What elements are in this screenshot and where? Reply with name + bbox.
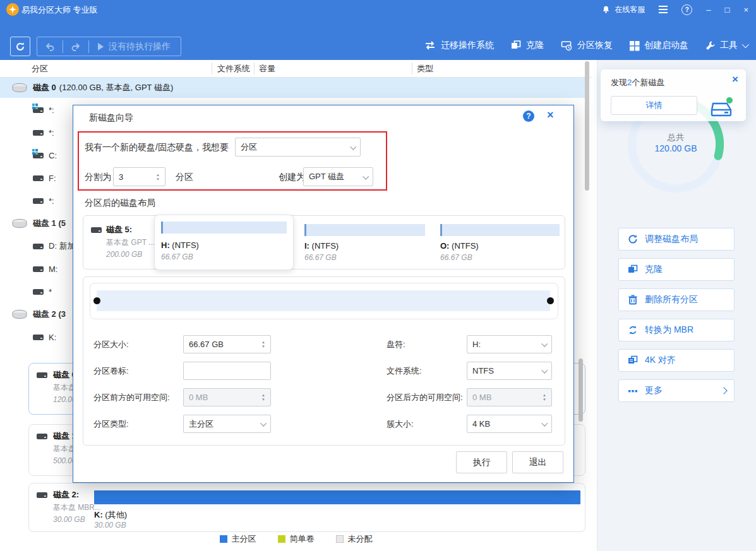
drive-icon bbox=[33, 130, 44, 136]
space-before-label: 分区前方的可用空间: bbox=[93, 392, 170, 403]
dialog-close-icon[interactable]: × bbox=[547, 109, 554, 122]
execute-button[interactable]: 执行 bbox=[456, 451, 507, 473]
minimize-button[interactable]: – bbox=[706, 5, 711, 15]
slider-handle-left[interactable] bbox=[93, 297, 100, 304]
details-button[interactable]: 详情 bbox=[611, 96, 697, 115]
undo-button[interactable] bbox=[40, 42, 60, 51]
4k-align-button[interactable]: 4K 对齐 bbox=[618, 349, 735, 372]
tree-item-label: * bbox=[49, 287, 52, 297]
migrate-os-icon bbox=[424, 40, 436, 50]
wrench-icon bbox=[705, 40, 716, 51]
donut-total-value: 120.00 GB bbox=[625, 143, 726, 153]
volume-label-field[interactable] bbox=[183, 362, 271, 380]
notification-close-icon[interactable]: × bbox=[732, 73, 738, 86]
space-before-stepper: 0 MB ▲▼ bbox=[183, 388, 271, 406]
partition-type-value: 主分区 bbox=[189, 418, 213, 430]
new-disk-wizard-dialog: 新磁盘向导 ? × 我有一个新的硬盘/固态硬盘，我想要 分区 分割为 ▲▼ 分区… bbox=[73, 105, 574, 483]
spinner-arrows-icon: ▲▼ bbox=[543, 393, 546, 401]
tree-item-label: 磁盘 2 (3 bbox=[33, 309, 66, 320]
spinner-arrows-icon: ▲▼ bbox=[261, 393, 265, 401]
split-label: 分割为 bbox=[85, 172, 111, 183]
filesystem-value: NTFS bbox=[472, 366, 494, 376]
disk-icon bbox=[11, 83, 28, 93]
disk-icon bbox=[11, 309, 28, 320]
dialog-help-icon[interactable]: ? bbox=[523, 110, 534, 122]
redo-button[interactable] bbox=[66, 42, 86, 51]
partition-bar bbox=[440, 224, 560, 236]
tree-item-label: *: bbox=[49, 128, 54, 138]
notification-title: 发现2个新磁盘 bbox=[611, 77, 664, 88]
more-icon bbox=[628, 386, 638, 396]
wizard-partition-o[interactable]: O: (NTFS) 66.67 GB bbox=[439, 216, 564, 269]
create-as-select[interactable]: GPT 磁盘 bbox=[303, 167, 373, 186]
tree-item-label: M: bbox=[49, 264, 57, 274]
size-slider[interactable] bbox=[90, 283, 558, 319]
drive-icon bbox=[33, 244, 44, 249]
split-count-stepper[interactable]: ▲▼ bbox=[113, 167, 165, 186]
adjust-layout-button[interactable]: 调整磁盘布局 bbox=[618, 228, 735, 251]
toolbar: 没有待执行操作 迁移操作系统 克隆 分区恢复 创建启动盘 工具 bbox=[0, 30, 756, 60]
more-button[interactable]: 更多 bbox=[618, 379, 735, 402]
exit-button[interactable]: 退出 bbox=[512, 451, 563, 473]
app-logo-icon bbox=[6, 3, 19, 16]
partition-bar-k[interactable] bbox=[94, 490, 580, 504]
partition-recovery-button[interactable]: 分区恢复 bbox=[560, 40, 613, 51]
drive-letter-select[interactable]: H: bbox=[467, 335, 552, 353]
size-input[interactable] bbox=[189, 340, 261, 349]
vertical-scrollbar[interactable] bbox=[585, 61, 589, 191]
tree-item-label: K: bbox=[49, 333, 56, 342]
maximize-button[interactable]: □ bbox=[725, 5, 730, 15]
convert-to-mbr-button[interactable]: 转换为 MBR bbox=[618, 319, 735, 341]
vertical-scrollbar-lower[interactable] bbox=[579, 358, 583, 422]
partition-label: H: (NTFS) bbox=[161, 240, 199, 250]
delete-all-partitions-button[interactable]: 删除所有分区 bbox=[618, 288, 735, 311]
spinner-arrows-icon[interactable]: ▲▼ bbox=[156, 173, 160, 181]
wizard-partition-i[interactable]: I: (NTFS) 66.67 GB bbox=[303, 216, 437, 269]
convert-icon bbox=[628, 325, 638, 335]
partition-size: 66.67 GB bbox=[161, 252, 193, 261]
clone-label: 克隆 bbox=[526, 40, 544, 51]
action-label: 调整磁盘布局 bbox=[645, 234, 698, 245]
cluster-size-select[interactable]: 4 KB bbox=[467, 415, 552, 433]
intent-label: 我有一个新的硬盘/固态硬盘，我想要 bbox=[85, 142, 229, 153]
col-capacity: 容量 bbox=[259, 63, 275, 74]
tree-item-disk0[interactable]: 磁盘 0 (120.00 GB, 基本盘, GPT 磁盘) bbox=[0, 78, 585, 98]
tools-button[interactable]: 工具 bbox=[705, 40, 747, 51]
slider-handle-right[interactable] bbox=[547, 297, 554, 304]
partition-settings-panel: 分区大小: ▲▼ 盘符: H: 分区卷标: 文件系统: NTFS 分区前方的可用… bbox=[83, 276, 565, 446]
split-count-input[interactable] bbox=[119, 172, 156, 182]
space-before-value: 0 MB bbox=[189, 393, 208, 402]
chevron-down-icon bbox=[541, 341, 548, 347]
partition-label: I: (NTFS) bbox=[304, 241, 339, 251]
clone-disk-button[interactable]: 克隆 bbox=[618, 258, 735, 281]
migrate-os-button[interactable]: 迁移操作系统 bbox=[424, 40, 494, 51]
cluster-size-value: 4 KB bbox=[472, 419, 490, 429]
wizard-partition-h[interactable]: H: (NTFS) 66.67 GB bbox=[154, 215, 294, 270]
partition-label: O: (NTFS) bbox=[440, 241, 479, 251]
size-stepper[interactable]: ▲▼ bbox=[183, 335, 271, 353]
create-bootdisk-button[interactable]: 创建启动盘 bbox=[629, 40, 688, 51]
primary-swatch bbox=[220, 535, 227, 543]
filesystem-select[interactable]: NTFS bbox=[467, 362, 552, 380]
pending-operations-button[interactable]: 没有待执行操作 bbox=[92, 41, 178, 52]
online-service-button[interactable]: 在线客服 bbox=[602, 4, 645, 15]
disk-card-2[interactable]: 磁盘 2: 基本盘 MBR... 30.00 GB K: (其他) 30.00 … bbox=[28, 483, 585, 532]
spinner-arrows-icon[interactable]: ▲▼ bbox=[261, 340, 265, 348]
menu-list-icon[interactable] bbox=[659, 6, 668, 13]
col-partition: 分区 bbox=[32, 63, 48, 74]
partition-size: 66.67 GB bbox=[304, 253, 337, 262]
create-as-label: 创建为 bbox=[279, 172, 305, 183]
volume-label-input[interactable] bbox=[189, 366, 265, 376]
close-button[interactable]: × bbox=[743, 5, 748, 15]
drive-icon bbox=[33, 175, 44, 181]
online-service-label: 在线客服 bbox=[615, 4, 645, 15]
intent-select[interactable]: 分区 bbox=[235, 138, 361, 157]
drive-icon bbox=[33, 266, 44, 272]
help-icon[interactable]: ? bbox=[681, 4, 692, 15]
partition-type-select[interactable]: 主分区 bbox=[183, 415, 271, 433]
redo-icon bbox=[71, 42, 81, 51]
clone-button[interactable]: 克隆 bbox=[510, 40, 544, 51]
action-label: 更多 bbox=[645, 385, 663, 396]
4k-align-icon bbox=[628, 355, 638, 365]
refresh-button[interactable] bbox=[10, 37, 30, 56]
